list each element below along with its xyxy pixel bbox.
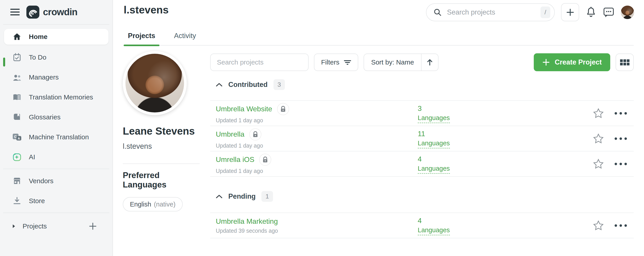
project-updated: Updated 1 day ago [216,117,289,124]
crowdin-logo[interactable]: crowdin [26,6,77,19]
more-options-button[interactable] [614,137,627,140]
glossary-book-icon [12,112,22,122]
shortcut-slash-badge: / [540,7,550,18]
sidebar-divider [3,213,109,213]
tab-activity[interactable]: Activity [170,27,200,45]
menu-toggle-button[interactable] [10,9,20,16]
favorite-star-button[interactable] [593,134,604,144]
managers-people-icon [12,73,22,82]
machine-translation-icon: GA [12,132,22,142]
profile-photo [123,51,187,115]
plus-icon [89,222,97,230]
notifications-button[interactable] [586,6,596,18]
todo-calendar-icon [12,53,22,62]
project-link[interactable]: Umbrella Marketing [216,217,278,225]
chevron-up-icon [216,83,222,87]
sidebar-item-glossaries[interactable]: Glossaries [0,107,112,127]
sidebar-item-ai[interactable]: AI [0,147,112,167]
languages-count: 4 [418,155,422,163]
sidebar-item-projects[interactable]: Projects [0,216,112,236]
project-row: Umbrella Marketing Updated 39 seconds ag… [210,213,634,238]
main-content: l.stevens / Projects Activity [113,0,644,256]
private-lock-icon [277,103,289,115]
section-count-badge: 1 [262,191,273,202]
caret-right-icon [12,224,16,228]
sidebar-item-label: Machine Translation [29,133,89,141]
sidebar-item-home[interactable]: Home [4,29,108,45]
plus-icon [566,8,574,17]
sidebar-item-label: Store [29,197,45,205]
more-options-button[interactable] [614,163,627,165]
ellipsis-icon [614,112,627,115]
more-options-button[interactable] [614,112,627,115]
svg-text:A: A [18,137,20,140]
sidebar-item-store[interactable]: Store [0,191,112,211]
grid-view-button[interactable] [616,54,634,71]
private-lock-icon [249,128,262,141]
global-search-input[interactable] [446,8,536,17]
grid-icon [620,59,630,65]
project-link[interactable]: Umbrella Website [216,105,272,113]
language-chip: English (native) [123,197,183,211]
sort-direction-button[interactable] [421,54,438,71]
crowdin-logo-icon [26,6,39,19]
hamburger-icon [10,9,20,16]
project-row: Umrella iOS Updated 1 day ago 4 Language… [210,151,634,177]
global-search[interactable]: / [426,3,555,21]
tab-projects[interactable]: Projects [124,27,160,45]
filter-icon [344,59,351,65]
more-options-button[interactable] [614,224,627,227]
sidebar-nav: Home To Do Managers Translation Memories [0,25,112,236]
messages-button[interactable] [603,7,614,18]
user-avatar[interactable] [621,6,634,19]
sidebar-item-machine-translation[interactable]: GA Machine Translation [0,127,112,147]
collapse-section-button[interactable] [216,194,222,198]
profile-panel: Leane Stevens l.stevens Preferred Langua… [123,51,201,211]
sidebar-item-vendors[interactable]: Vendors [0,171,112,191]
quick-add-button[interactable] [561,3,579,21]
languages-count: 11 [418,130,425,138]
star-icon [593,134,604,144]
ai-sparkle-icon [12,152,22,162]
project-link[interactable]: Umrella iOS [216,156,254,164]
add-project-button[interactable] [89,222,97,230]
sidebar-item-label: To Do [29,54,46,61]
languages-link[interactable]: Languages [418,140,450,149]
collapse-section-button[interactable] [216,83,222,87]
languages-link[interactable]: Languages [418,114,450,123]
sidebar-header: crowdin [3,0,109,25]
favorite-star-button[interactable] [593,159,604,169]
page-title: l.stevens [124,4,168,16]
filters-label: Filters [321,58,340,66]
filters-button[interactable]: Filters [314,54,358,71]
sidebar-item-translation-memories[interactable]: Translation Memories [0,87,112,107]
project-list: Umbrella Website Updated 1 day ago 3 Lan… [210,100,634,177]
project-updated: Updated 1 day ago [216,143,263,149]
sort-label: Sort by: Name [364,54,421,71]
sort-button[interactable]: Sort by: Name [364,54,439,71]
project-updated: Updated 1 day ago [216,168,271,174]
favorite-star-button[interactable] [593,108,604,118]
project-link[interactable]: Umbrella [216,130,244,139]
chat-bubble-icon [603,7,614,18]
chevron-up-icon [216,194,222,198]
project-row: Umbrella Website Updated 1 day ago 3 Lan… [210,101,634,126]
project-search-input[interactable] [210,54,308,71]
sidebar-item-todo[interactable]: To Do [0,47,112,67]
star-icon [593,159,604,169]
languages-count: 3 [418,104,422,113]
section-count-badge: 3 [274,79,285,90]
profile-name: Leane Stevens [123,125,201,137]
profile-tabs: Projects Activity [124,27,634,46]
header-controls: / [426,3,634,21]
crowdin-wordmark: crowdin [43,7,77,18]
open-book-icon [12,92,22,102]
create-project-button[interactable]: Create Project [534,53,610,71]
active-item-indicator [3,58,5,67]
languages-link[interactable]: Languages [418,226,450,235]
favorite-star-button[interactable] [593,220,604,231]
sidebar-item-managers[interactable]: Managers [0,67,112,87]
section-title: Contributed [228,81,268,89]
languages-link[interactable]: Languages [418,165,450,174]
bell-icon [586,6,596,18]
